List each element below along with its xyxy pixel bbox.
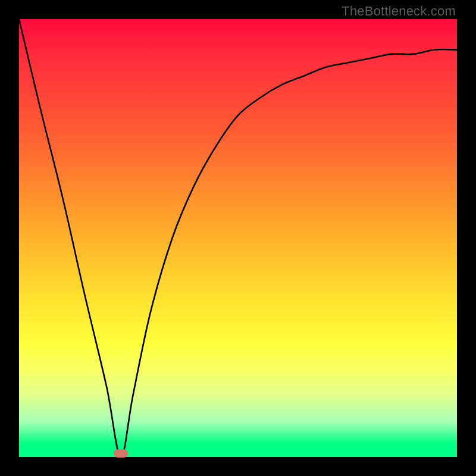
- watermark-text: TheBottleneck.com: [342, 4, 456, 19]
- chart-frame: TheBottleneck.com: [0, 0, 476, 476]
- optimal-marker: [114, 449, 128, 458]
- bottleneck-curve: [19, 19, 457, 457]
- plot-area: [19, 19, 457, 457]
